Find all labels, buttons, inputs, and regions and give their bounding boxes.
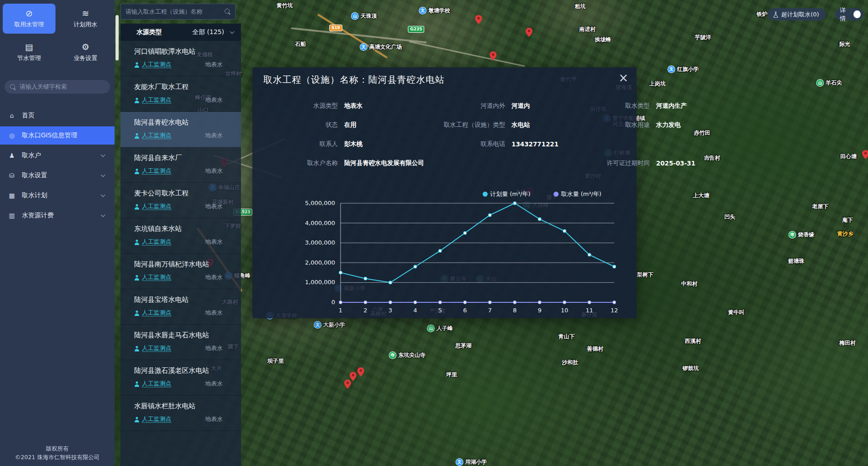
detail-toggle[interactable]: 详情 — [835, 8, 863, 20]
x-tick-label: 5 — [438, 307, 442, 314]
station-list-item[interactable]: 陆河县自来水厂 人工监测点 地表水 — [120, 147, 241, 183]
sidebar-item-1[interactable]: ◎ 取水口GIS信息管理 — [0, 126, 115, 145]
data-point[interactable] — [339, 301, 342, 304]
blue-poi-icon[interactable]: 文 — [419, 7, 426, 15]
station-list-item[interactable]: 麦卡公司取水工程 人工监测点 地表水 — [120, 183, 241, 218]
x-tick-label: 8 — [513, 307, 517, 314]
sidebar-item-5[interactable]: ▥ 水资源计费 — [0, 206, 115, 225]
data-point[interactable] — [439, 301, 442, 304]
station-list-item[interactable]: 陆河县水唇走马石水电站 人工监测点 地表水 — [120, 325, 241, 360]
manual-monitor-link[interactable]: 人工监测点 — [134, 131, 171, 140]
manual-monitor-link[interactable]: 人工监测点 — [134, 238, 171, 246]
map-red-pin[interactable] — [344, 380, 351, 391]
app-tile-0[interactable]: ⊘ 取用水管理 — [3, 4, 55, 34]
field-value: 彭木桃 — [344, 140, 419, 148]
sidebar-item-0[interactable]: ⌂ 首页 — [0, 106, 115, 125]
app-tile-1[interactable]: ≋ 计划用水 — [59, 4, 112, 34]
sidebar-item-2[interactable]: ♟ 取水户 — [0, 146, 115, 165]
panel-scrollbar[interactable] — [115, 15, 119, 60]
data-point[interactable] — [538, 301, 541, 304]
data-point[interactable] — [488, 214, 491, 216]
data-point[interactable] — [588, 253, 591, 256]
data-point[interactable] — [563, 301, 566, 304]
field-value: 在用 — [344, 121, 419, 129]
legend-label: 计划量 (m³/年) — [490, 190, 531, 197]
blue-poi-icon[interactable]: 山 — [351, 12, 359, 20]
data-point[interactable] — [339, 271, 342, 274]
station-search-input[interactable]: 请输入取水工程（设施）名称 — [120, 4, 236, 20]
water-type-label: 地表水 — [205, 309, 233, 317]
sidebar-item-3[interactable]: ⛁ 取水设置 — [0, 166, 115, 185]
blue-poi-icon[interactable]: 文 — [314, 321, 321, 329]
data-point[interactable] — [488, 301, 491, 304]
sidebar-item-4[interactable]: ▦ 取水计划 — [0, 186, 115, 205]
manual-monitor-link[interactable]: 人工监测点 — [134, 96, 171, 104]
sidebar-item-label: 取水设置 — [22, 171, 47, 180]
station-name: 陆河县宝塔水电站 — [134, 296, 233, 304]
map-poi-label: 东坑尖山寺 — [398, 352, 426, 358]
green-poi-icon[interactable]: 寺 — [389, 351, 396, 359]
data-point[interactable] — [513, 202, 516, 205]
map-place-label: 芋陂洋 — [695, 35, 711, 40]
station-list-item[interactable]: 友能水厂取水工程 人工监测点 地表水 — [120, 76, 241, 112]
map-red-pin[interactable] — [475, 15, 482, 26]
data-point[interactable] — [414, 265, 416, 268]
station-list-item[interactable]: 陆河县激石溪老区水电站 人工监测点 地表水 — [120, 360, 241, 396]
station-list-item[interactable]: 陆河县宝塔水电站 人工监测点 地表水 — [120, 289, 241, 325]
manual-monitor-link[interactable]: 人工监测点 — [134, 309, 171, 317]
station-list-item[interactable]: 陆河县南万镇杞洋水电站 人工监测点 地表水 — [120, 254, 241, 289]
field-label: 状态 — [265, 121, 338, 129]
station-list-item[interactable]: 陆河县青硿水电站 人工监测点 地表水 — [120, 112, 241, 147]
data-point[interactable] — [613, 301, 616, 304]
manual-monitor-link[interactable]: 人工监测点 — [134, 273, 171, 281]
data-point[interactable] — [389, 301, 391, 304]
app-tile-2[interactable]: ▤ 节水管理 — [3, 37, 55, 67]
green-poi-icon[interactable]: 寺 — [788, 231, 796, 239]
data-point[interactable] — [563, 230, 566, 232]
person-icon — [134, 416, 140, 422]
data-point[interactable] — [513, 301, 516, 304]
data-point[interactable] — [613, 265, 616, 268]
data-point[interactable] — [389, 281, 391, 284]
data-point[interactable] — [414, 301, 416, 304]
green-poi-icon[interactable]: 山 — [427, 325, 435, 332]
map-red-pin[interactable] — [862, 150, 868, 161]
data-point[interactable] — [538, 218, 541, 220]
manual-monitor-link[interactable]: 人工监测点 — [134, 202, 171, 210]
station-list-item[interactable]: 东坑镇自来水站 人工监测点 地表水 — [120, 218, 241, 254]
station-list-item[interactable]: 河口镇唱歌潭水电站 人工监测点 地表水 — [120, 41, 241, 76]
map-place-label: 凹头 — [724, 214, 735, 220]
manual-monitor-link[interactable]: 人工监测点 — [134, 167, 171, 175]
map-red-pin[interactable] — [526, 28, 532, 39]
data-point[interactable] — [364, 301, 367, 304]
data-point[interactable] — [463, 231, 466, 234]
blue-poi-icon[interactable]: 文 — [667, 65, 675, 73]
map-red-pin[interactable] — [357, 367, 364, 378]
data-point[interactable] — [439, 249, 442, 252]
water-source-filter[interactable]: 水源类型 全部 (125) — [120, 24, 241, 41]
manual-monitor-link[interactable]: 人工监测点 — [134, 344, 171, 352]
data-point[interactable] — [364, 277, 367, 280]
map-poi-label: 烧香缘 — [798, 232, 814, 238]
station-name: 水唇镇水栏肚水电站 — [134, 402, 233, 411]
legend-swatch[interactable] — [554, 192, 559, 197]
sidebar-search-input[interactable]: 请输入关键字检索 — [5, 80, 110, 94]
blue-poi-icon[interactable]: 文 — [360, 43, 367, 51]
app-tile-3[interactable]: ⚙ 业务设置 — [59, 37, 112, 67]
close-icon[interactable]: × — [618, 71, 628, 85]
copyright-line2: ©2021 珠海市仁智科技有限公司 — [0, 453, 115, 461]
station-list-item[interactable]: 水唇镇水栏肚水电站 人工监测点 地表水 — [120, 396, 241, 431]
data-point[interactable] — [588, 301, 591, 304]
legend-swatch[interactable] — [483, 192, 488, 197]
toggle-knob[interactable] — [853, 10, 861, 18]
manual-monitor-link[interactable]: 人工监测点 — [134, 60, 171, 69]
over-plan-water-button[interactable]: 超计划取水(0) — [768, 8, 826, 20]
green-poi-icon[interactable]: 山 — [816, 79, 824, 87]
blue-poi-icon[interactable]: 文 — [456, 458, 463, 466]
gis-pin-icon: ◎ — [8, 132, 15, 139]
data-point[interactable] — [463, 301, 466, 304]
map-place-label: 梅田村 — [839, 340, 856, 346]
map-red-pin[interactable] — [490, 51, 497, 62]
manual-monitor-link[interactable]: 人工监测点 — [134, 415, 171, 423]
manual-monitor-link[interactable]: 人工监测点 — [134, 380, 171, 388]
